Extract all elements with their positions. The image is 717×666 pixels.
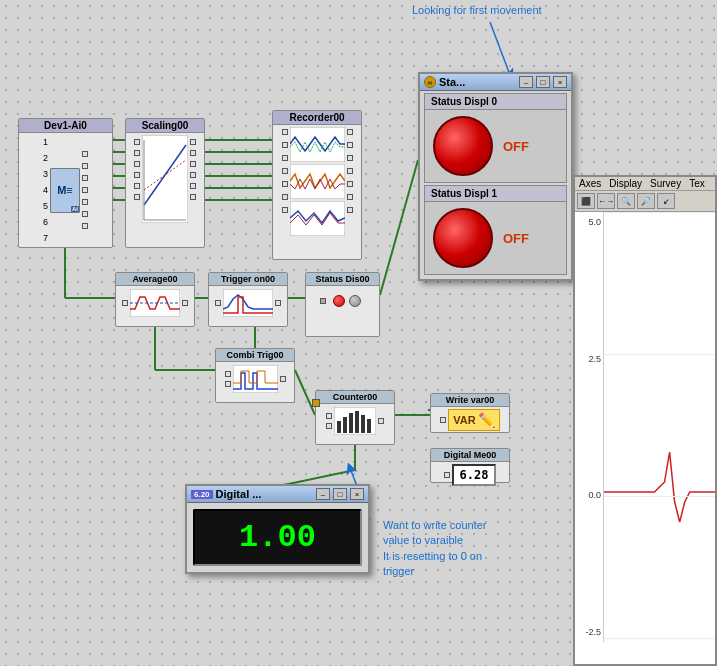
trigger-wave: [223, 289, 273, 317]
annotation-looking-for-movement: Looking for first movement: [412, 4, 542, 16]
chart-btn-3[interactable]: 🔍: [617, 193, 635, 209]
scaling00-title: Scaling00: [126, 119, 204, 133]
svg-rect-42: [343, 417, 347, 433]
svg-line-23: [380, 160, 418, 295]
counter00-block: Counter00: [315, 390, 395, 445]
close-button[interactable]: ×: [553, 76, 567, 88]
counter-icon: [334, 407, 376, 435]
status-displ1-label: Status Displ 1: [425, 186, 566, 202]
digitalme00-block: Digital Me00 6.28: [430, 448, 510, 483]
statusdis00-block: Status Dis00: [305, 272, 380, 337]
average-wave: [130, 289, 180, 317]
scaling-chart: [142, 135, 188, 223]
svg-rect-33: [290, 127, 345, 162]
dev1-ai0-block: Dev1-Ai0 1 2 3 4 5 6 7 M≡ AI: [18, 118, 113, 248]
svg-rect-46: [367, 419, 371, 433]
combitrig00-block: Combi Trig00: [215, 348, 295, 403]
pencil-icon: ✏️: [478, 412, 495, 428]
chart-menu-axes[interactable]: Axes: [579, 178, 601, 189]
digital-window-title: Digital ...: [216, 488, 262, 500]
chart-btn-2[interactable]: ←→: [597, 193, 615, 209]
ai-icon-text: M≡: [57, 184, 73, 196]
digital-restore-button[interactable]: □: [333, 488, 347, 500]
writevar00-title: Write var00: [431, 394, 509, 407]
chart-btn-4[interactable]: 🔎: [637, 193, 655, 209]
recorder-wave1: [290, 127, 345, 162]
svg-line-25: [490, 22, 510, 75]
digital-display-value: 1.00: [193, 509, 362, 566]
chart-menu-display[interactable]: Display: [609, 178, 642, 189]
chart-menu: Axes Display Survey Tex: [575, 177, 715, 191]
svg-rect-43: [349, 413, 353, 433]
statusdis00-title: Status Dis00: [306, 273, 379, 286]
chart-menu-survey[interactable]: Survey: [650, 178, 681, 189]
combitrig-wave: [233, 365, 278, 393]
digital-minimize-button[interactable]: –: [316, 488, 330, 500]
trigger00-block: Trigger on00: [208, 272, 288, 327]
chart-window: Axes Display Survey Tex ⬛ ←→ 🔍 🔎 ↙ 5.0 2…: [573, 175, 717, 666]
status-displ0-circle: [433, 116, 493, 176]
status-displ0-off: OFF: [503, 139, 529, 154]
svg-rect-28: [142, 135, 188, 223]
status-displ1-circle: [433, 208, 493, 268]
svg-line-19: [295, 370, 315, 415]
svg-rect-45: [361, 415, 365, 433]
annotation-want-to-write-counter: Want to write countervalue to varaibleIt…: [383, 518, 487, 580]
chart-signal-svg: [604, 212, 715, 642]
dev1-ai0-title: Dev1-Ai0: [19, 119, 112, 133]
chart-btn-5[interactable]: ↙: [657, 193, 675, 209]
status-window-title: Sta...: [439, 76, 465, 88]
y-label-0: 0.0: [577, 490, 601, 500]
status-dot-red: [333, 295, 345, 307]
digitalme00-value: 6.28: [452, 464, 497, 486]
chart-area: 5.0 2.5 0.0 -2.5: [575, 212, 715, 642]
minimize-button[interactable]: –: [519, 76, 533, 88]
svg-rect-41: [337, 421, 341, 433]
combitrig00-title: Combi Trig00: [216, 349, 294, 362]
svg-rect-44: [355, 411, 359, 433]
writevar00-block: Write var00 VAR ✏️: [430, 393, 510, 433]
y-label-5: 5.0: [577, 217, 601, 227]
status-window-controls: – □ ×: [519, 76, 567, 88]
scaling00-block: Scaling00: [125, 118, 205, 248]
average00-title: Average00: [116, 273, 194, 286]
status-dot-gray: [349, 295, 361, 307]
trigger00-title: Trigger on00: [209, 273, 287, 286]
status-displ1-off: OFF: [503, 231, 529, 246]
status-displ0-label: Status Displ 0: [425, 94, 566, 110]
digital-close-button[interactable]: ×: [350, 488, 364, 500]
recorder-wave3: [290, 201, 345, 236]
recorder00-title: Recorder00: [273, 111, 361, 125]
y-axis-labels: 5.0 2.5 0.0 -2.5: [575, 212, 603, 642]
y-label-neg25: -2.5: [577, 627, 601, 637]
recorder00-block: Recorder00: [272, 110, 362, 260]
average00-block: Average00: [115, 272, 195, 327]
chart-toolbar: ⬛ ←→ 🔍 🔎 ↙: [575, 191, 715, 212]
chart-btn-1[interactable]: ⬛: [577, 193, 595, 209]
recorder-wave2: [290, 164, 345, 199]
chart-menu-tex[interactable]: Tex: [689, 178, 705, 189]
digital-window: 6.20 Digital ... – □ × 1.00: [185, 484, 370, 574]
digitalme00-title: Digital Me00: [431, 449, 509, 462]
restore-button[interactable]: □: [536, 76, 550, 88]
status-window: ∞ Sta... – □ × Status Displ 0 OFF Status…: [418, 72, 573, 281]
var-label: VAR: [453, 414, 475, 426]
status-window-titlebar[interactable]: ∞ Sta... – □ ×: [420, 74, 571, 91]
chart-grid-area: [603, 212, 715, 642]
counter00-title: Counter00: [316, 391, 394, 404]
y-label-25: 2.5: [577, 354, 601, 364]
digital-window-titlebar[interactable]: 6.20 Digital ... – □ ×: [187, 486, 368, 503]
